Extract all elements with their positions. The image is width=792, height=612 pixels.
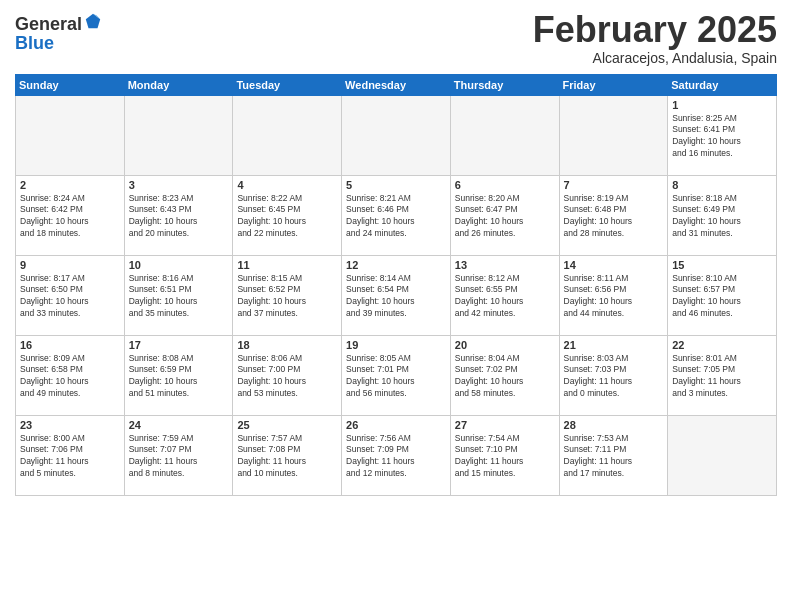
calendar-cell: [16, 95, 125, 175]
weekday-header-sunday: Sunday: [16, 74, 125, 95]
day-info: Sunrise: 7:54 AM Sunset: 7:10 PM Dayligh…: [455, 433, 555, 481]
calendar-cell: 12Sunrise: 8:14 AM Sunset: 6:54 PM Dayli…: [342, 255, 451, 335]
day-number: 3: [129, 179, 229, 191]
logo-icon: [84, 12, 102, 30]
day-info: Sunrise: 8:09 AM Sunset: 6:58 PM Dayligh…: [20, 353, 120, 401]
calendar-cell: 5Sunrise: 8:21 AM Sunset: 6:46 PM Daylig…: [342, 175, 451, 255]
calendar-cell: 20Sunrise: 8:04 AM Sunset: 7:02 PM Dayli…: [450, 335, 559, 415]
day-info: Sunrise: 8:08 AM Sunset: 6:59 PM Dayligh…: [129, 353, 229, 401]
weekday-header-monday: Monday: [124, 74, 233, 95]
day-number: 28: [564, 419, 664, 431]
month-title: February 2025: [533, 10, 777, 50]
calendar-week-row: 16Sunrise: 8:09 AM Sunset: 6:58 PM Dayli…: [16, 335, 777, 415]
day-info: Sunrise: 8:14 AM Sunset: 6:54 PM Dayligh…: [346, 273, 446, 321]
calendar-week-row: 9Sunrise: 8:17 AM Sunset: 6:50 PM Daylig…: [16, 255, 777, 335]
weekday-header-saturday: Saturday: [668, 74, 777, 95]
calendar-cell: 25Sunrise: 7:57 AM Sunset: 7:08 PM Dayli…: [233, 415, 342, 495]
day-number: 4: [237, 179, 337, 191]
logo: General Blue: [15, 14, 102, 54]
calendar-cell: [668, 415, 777, 495]
day-number: 27: [455, 419, 555, 431]
calendar-cell: 1Sunrise: 8:25 AM Sunset: 6:41 PM Daylig…: [668, 95, 777, 175]
day-info: Sunrise: 8:17 AM Sunset: 6:50 PM Dayligh…: [20, 273, 120, 321]
day-info: Sunrise: 8:05 AM Sunset: 7:01 PM Dayligh…: [346, 353, 446, 401]
calendar-cell: 16Sunrise: 8:09 AM Sunset: 6:58 PM Dayli…: [16, 335, 125, 415]
day-info: Sunrise: 7:56 AM Sunset: 7:09 PM Dayligh…: [346, 433, 446, 481]
day-info: Sunrise: 8:20 AM Sunset: 6:47 PM Dayligh…: [455, 193, 555, 241]
day-number: 19: [346, 339, 446, 351]
calendar-cell: 28Sunrise: 7:53 AM Sunset: 7:11 PM Dayli…: [559, 415, 668, 495]
page: General Blue February 2025 Alcaracejos, …: [0, 0, 792, 612]
calendar-week-row: 2Sunrise: 8:24 AM Sunset: 6:42 PM Daylig…: [16, 175, 777, 255]
day-number: 5: [346, 179, 446, 191]
calendar-cell: 4Sunrise: 8:22 AM Sunset: 6:45 PM Daylig…: [233, 175, 342, 255]
day-info: Sunrise: 8:22 AM Sunset: 6:45 PM Dayligh…: [237, 193, 337, 241]
day-info: Sunrise: 8:24 AM Sunset: 6:42 PM Dayligh…: [20, 193, 120, 241]
logo-blue: Blue: [15, 33, 102, 54]
calendar-cell: [233, 95, 342, 175]
calendar-cell: 2Sunrise: 8:24 AM Sunset: 6:42 PM Daylig…: [16, 175, 125, 255]
calendar-cell: [559, 95, 668, 175]
day-info: Sunrise: 8:16 AM Sunset: 6:51 PM Dayligh…: [129, 273, 229, 321]
calendar-cell: 13Sunrise: 8:12 AM Sunset: 6:55 PM Dayli…: [450, 255, 559, 335]
calendar: SundayMondayTuesdayWednesdayThursdayFrid…: [15, 74, 777, 496]
day-number: 25: [237, 419, 337, 431]
calendar-cell: 6Sunrise: 8:20 AM Sunset: 6:47 PM Daylig…: [450, 175, 559, 255]
day-info: Sunrise: 8:25 AM Sunset: 6:41 PM Dayligh…: [672, 113, 772, 161]
day-number: 22: [672, 339, 772, 351]
logo-general: General: [15, 14, 82, 35]
day-info: Sunrise: 8:00 AM Sunset: 7:06 PM Dayligh…: [20, 433, 120, 481]
day-info: Sunrise: 8:10 AM Sunset: 6:57 PM Dayligh…: [672, 273, 772, 321]
calendar-cell: 24Sunrise: 7:59 AM Sunset: 7:07 PM Dayli…: [124, 415, 233, 495]
day-info: Sunrise: 7:59 AM Sunset: 7:07 PM Dayligh…: [129, 433, 229, 481]
calendar-cell: 19Sunrise: 8:05 AM Sunset: 7:01 PM Dayli…: [342, 335, 451, 415]
weekday-header-thursday: Thursday: [450, 74, 559, 95]
day-number: 26: [346, 419, 446, 431]
day-info: Sunrise: 8:01 AM Sunset: 7:05 PM Dayligh…: [672, 353, 772, 401]
location: Alcaracejos, Andalusia, Spain: [533, 50, 777, 66]
day-number: 14: [564, 259, 664, 271]
day-info: Sunrise: 8:12 AM Sunset: 6:55 PM Dayligh…: [455, 273, 555, 321]
day-info: Sunrise: 7:57 AM Sunset: 7:08 PM Dayligh…: [237, 433, 337, 481]
calendar-cell: 8Sunrise: 8:18 AM Sunset: 6:49 PM Daylig…: [668, 175, 777, 255]
calendar-cell: 15Sunrise: 8:10 AM Sunset: 6:57 PM Dayli…: [668, 255, 777, 335]
calendar-cell: 26Sunrise: 7:56 AM Sunset: 7:09 PM Dayli…: [342, 415, 451, 495]
day-number: 17: [129, 339, 229, 351]
day-info: Sunrise: 8:18 AM Sunset: 6:49 PM Dayligh…: [672, 193, 772, 241]
day-info: Sunrise: 8:23 AM Sunset: 6:43 PM Dayligh…: [129, 193, 229, 241]
day-number: 8: [672, 179, 772, 191]
calendar-cell: 7Sunrise: 8:19 AM Sunset: 6:48 PM Daylig…: [559, 175, 668, 255]
calendar-cell: 10Sunrise: 8:16 AM Sunset: 6:51 PM Dayli…: [124, 255, 233, 335]
header: General Blue February 2025 Alcaracejos, …: [15, 10, 777, 66]
day-info: Sunrise: 8:03 AM Sunset: 7:03 PM Dayligh…: [564, 353, 664, 401]
day-number: 13: [455, 259, 555, 271]
day-info: Sunrise: 8:11 AM Sunset: 6:56 PM Dayligh…: [564, 273, 664, 321]
calendar-cell: 17Sunrise: 8:08 AM Sunset: 6:59 PM Dayli…: [124, 335, 233, 415]
calendar-cell: 23Sunrise: 8:00 AM Sunset: 7:06 PM Dayli…: [16, 415, 125, 495]
day-info: Sunrise: 7:53 AM Sunset: 7:11 PM Dayligh…: [564, 433, 664, 481]
weekday-header-friday: Friday: [559, 74, 668, 95]
day-number: 11: [237, 259, 337, 271]
day-number: 7: [564, 179, 664, 191]
calendar-cell: [342, 95, 451, 175]
weekday-header-row: SundayMondayTuesdayWednesdayThursdayFrid…: [16, 74, 777, 95]
calendar-week-row: 1Sunrise: 8:25 AM Sunset: 6:41 PM Daylig…: [16, 95, 777, 175]
calendar-cell: 27Sunrise: 7:54 AM Sunset: 7:10 PM Dayli…: [450, 415, 559, 495]
calendar-cell: 9Sunrise: 8:17 AM Sunset: 6:50 PM Daylig…: [16, 255, 125, 335]
day-number: 23: [20, 419, 120, 431]
day-number: 24: [129, 419, 229, 431]
calendar-cell: 21Sunrise: 8:03 AM Sunset: 7:03 PM Dayli…: [559, 335, 668, 415]
day-number: 9: [20, 259, 120, 271]
weekday-header-tuesday: Tuesday: [233, 74, 342, 95]
day-number: 15: [672, 259, 772, 271]
title-block: February 2025 Alcaracejos, Andalusia, Sp…: [533, 10, 777, 66]
calendar-week-row: 23Sunrise: 8:00 AM Sunset: 7:06 PM Dayli…: [16, 415, 777, 495]
day-number: 18: [237, 339, 337, 351]
day-number: 1: [672, 99, 772, 111]
day-number: 10: [129, 259, 229, 271]
calendar-cell: 18Sunrise: 8:06 AM Sunset: 7:00 PM Dayli…: [233, 335, 342, 415]
calendar-cell: 3Sunrise: 8:23 AM Sunset: 6:43 PM Daylig…: [124, 175, 233, 255]
calendar-cell: 22Sunrise: 8:01 AM Sunset: 7:05 PM Dayli…: [668, 335, 777, 415]
calendar-cell: 11Sunrise: 8:15 AM Sunset: 6:52 PM Dayli…: [233, 255, 342, 335]
calendar-cell: 14Sunrise: 8:11 AM Sunset: 6:56 PM Dayli…: [559, 255, 668, 335]
